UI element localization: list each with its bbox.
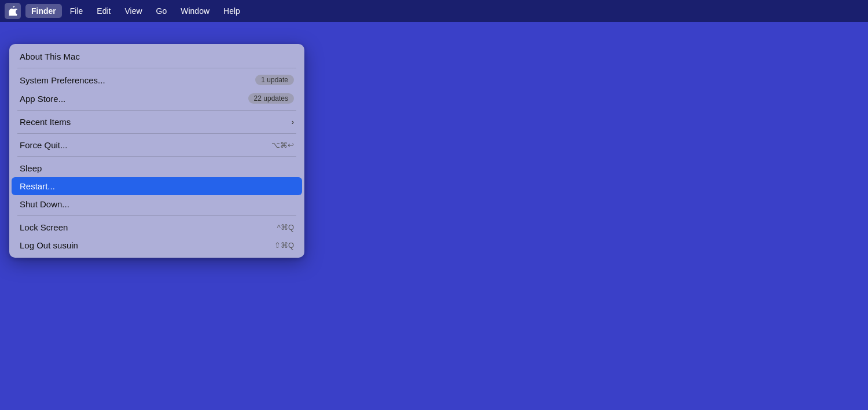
menu-item-restart[interactable]: Restart...	[12, 177, 302, 195]
system-prefs-badge: 1 update	[255, 75, 294, 85]
menu-item-sleep[interactable]: Sleep	[9, 159, 304, 177]
menubar-edit[interactable]: Edit	[91, 4, 116, 18]
menu-item-shut-down[interactable]: Shut Down...	[9, 195, 304, 213]
lock-screen-shortcut: ^⌘Q	[277, 223, 294, 232]
menubar: Finder File Edit View Go Window Help	[0, 0, 868, 22]
menubar-file[interactable]: File	[64, 4, 89, 18]
menubar-view[interactable]: View	[119, 4, 148, 18]
apple-dropdown-menu: About This Mac System Preferences... 1 u…	[9, 44, 304, 258]
log-out-shortcut: ⇧⌘Q	[274, 241, 294, 250]
menu-item-recent-items[interactable]: Recent Items ›	[9, 113, 304, 131]
desktop: About This Mac System Preferences... 1 u…	[0, 22, 868, 410]
divider-2	[17, 110, 296, 111]
menubar-window[interactable]: Window	[175, 4, 215, 18]
menu-item-log-out[interactable]: Log Out susuin ⇧⌘Q	[9, 236, 304, 254]
divider-1	[17, 68, 296, 68]
apple-menu-button[interactable]	[5, 3, 21, 19]
menu-item-app-store[interactable]: App Store... 22 updates	[9, 89, 304, 108]
force-quit-shortcut: ⌥⌘↩	[271, 141, 294, 149]
menubar-go[interactable]: Go	[150, 4, 173, 18]
recent-items-chevron: ›	[292, 118, 294, 126]
menu-item-lock-screen[interactable]: Lock Screen ^⌘Q	[9, 218, 304, 236]
menu-item-about[interactable]: About This Mac	[9, 47, 304, 65]
divider-5	[17, 215, 296, 216]
menubar-finder[interactable]: Finder	[25, 4, 62, 18]
app-store-badge: 22 updates	[248, 93, 294, 104]
divider-3	[17, 133, 296, 134]
menubar-help[interactable]: Help	[218, 4, 246, 18]
menu-item-force-quit[interactable]: Force Quit... ⌥⌘↩	[9, 136, 304, 154]
divider-4	[17, 156, 296, 157]
menu-item-system-prefs[interactable]: System Preferences... 1 update	[9, 71, 304, 89]
